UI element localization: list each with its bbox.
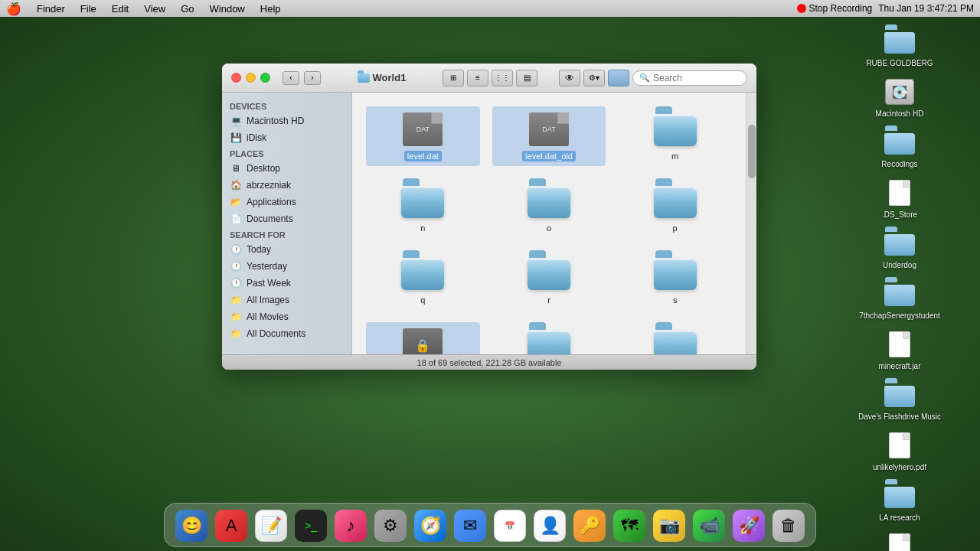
dock-item-maps[interactable]: 🗺 <box>612 508 647 543</box>
dock-item-iphoto[interactable]: 📷 <box>652 508 687 543</box>
file-icon <box>889 533 910 551</box>
sidebar-item-all-images[interactable]: 📁 All Images <box>222 292 351 308</box>
sidebar-item-all-movies[interactable]: 📁 All Movies <box>222 308 351 325</box>
quick-look-button[interactable]: 👁 <box>559 70 580 86</box>
sidebar-item-all-documents[interactable]: 📁 All Documents <box>222 325 351 342</box>
hd-icon: 💻 <box>230 115 242 127</box>
desktop-icon-label: 7thchapSenergystudent <box>859 311 940 320</box>
sidebar-item-yesterday[interactable]: 🕐 Yesterday <box>222 258 351 275</box>
sidebar-item-idisk[interactable]: 💾 iDisk <box>222 129 351 146</box>
maps-icon: 🗺 <box>613 510 645 542</box>
apple-menu[interactable]: 🍎 <box>6 2 21 16</box>
view-icon-list[interactable]: ≡ <box>467 70 488 86</box>
search-bar[interactable]: 🔍 <box>632 70 747 86</box>
dock-item-addressbook[interactable]: 👤 <box>532 508 567 543</box>
folder-icon <box>400 255 446 292</box>
dock-item-facetime[interactable]: 📹 <box>691 508 727 543</box>
textedit-icon: 📝 <box>255 510 287 542</box>
terminal-icon: >_ <box>295 510 327 542</box>
menu-file[interactable]: File <box>77 3 100 15</box>
sidebar-label-desktop: Desktop <box>247 163 280 174</box>
appstore-icon: A <box>215 510 247 542</box>
view-icon-col[interactable]: ⋮⋮ <box>492 70 513 86</box>
grid-item-q[interactable]: q <box>366 250 480 310</box>
sysprefs-icon: ⚙ <box>374 510 407 542</box>
grid-item-t[interactable]: t <box>492 322 606 354</box>
folder-icon <box>884 282 915 306</box>
sidebar-item-applications[interactable]: 📂 Applications <box>222 194 351 210</box>
nav-back-button[interactable]: ‹ <box>283 71 299 85</box>
menubar: 🍎 Finder File Edit View Go Window Help S… <box>0 0 980 17</box>
sidebar-item-macintosh-hd[interactable]: 💻 Macintosh HD <box>222 112 351 129</box>
grid-item-r[interactable]: r <box>492 250 606 310</box>
desktop-icon-7thchap[interactable]: 7thchapSenergystudent <box>850 274 949 324</box>
sidebar-item-past-week[interactable]: 🕐 Past Week <box>222 275 351 292</box>
desktop-icon-label: Dave's Flashdrive Music <box>858 412 941 421</box>
grid-item-p[interactable]: p <box>618 178 732 238</box>
finder-icon: 😊 <box>175 510 207 542</box>
menu-finder[interactable]: Finder <box>34 3 68 15</box>
scrollbar-thumb[interactable] <box>748 125 756 178</box>
dock-item-trash[interactable]: 🗑 <box>771 508 806 543</box>
menu-go[interactable]: Go <box>178 3 197 15</box>
grid-item-o[interactable]: o <box>492 178 606 238</box>
dock-item-finder[interactable]: 😊 <box>174 508 209 543</box>
desktop-icon-ds-store[interactable]: .DS_Store <box>850 173 949 223</box>
menu-edit[interactable]: Edit <box>109 3 132 15</box>
dock-item-safari[interactable]: 🧭 <box>413 508 448 543</box>
view-icon-cover[interactable]: ▤ <box>516 70 537 86</box>
file-icon <box>889 180 910 206</box>
folder-icon <box>884 383 915 407</box>
dock-item-terminal[interactable]: >_ <box>293 508 328 543</box>
grid-item-level-dat_old[interactable]: DAT level.dat_old <box>492 106 606 166</box>
dock-item-ical[interactable]: 📅 <box>492 508 528 543</box>
grid-item-n[interactable]: n <box>366 178 480 238</box>
desktop-icon-daves-flashdrive[interactable]: Dave's Flashdrive Music <box>850 375 949 425</box>
grid-item-label: n <box>417 223 428 233</box>
desktop-icon-rube-goldberg[interactable]: RUBE GOLDBERG <box>850 21 949 72</box>
menu-window[interactable]: Window <box>207 3 248 15</box>
stop-recording-label: Stop Recording <box>809 3 873 14</box>
dock-item-itunes[interactable]: ♪ <box>333 508 368 543</box>
grid-item-session-lock[interactable]: 🔒 session.lock <box>366 322 480 354</box>
grid-item-m[interactable]: m <box>618 106 732 166</box>
sidebar-item-documents[interactable]: 📄 Documents <box>222 210 351 227</box>
desktop-icon-macintosh-hd[interactable]: 💽 Macintosh HD <box>850 72 949 122</box>
desktop-icon-unlikelyhero[interactable]: unlikelyhero.pdf <box>850 425 949 476</box>
dock-item-launchpad[interactable]: 🚀 <box>731 508 766 543</box>
folder-icon <box>884 29 915 54</box>
stop-recording-button[interactable]: Stop Recording <box>797 3 873 14</box>
menu-help[interactable]: Help <box>257 3 284 15</box>
scrollbar-track[interactable] <box>746 93 756 354</box>
grid-item-label: level.dat <box>404 151 442 161</box>
window-maximize-button[interactable] <box>260 73 270 83</box>
desktop-icon-mcpatcher[interactable]: mcpatcher-1.1.11 <box>850 527 949 551</box>
desktop-icon-minecraft[interactable]: minecraft.jar <box>850 324 949 375</box>
grid-item-level-dat[interactable]: DAT level.dat <box>366 106 480 166</box>
dock-item-appstore[interactable]: A <box>214 508 249 543</box>
file-grid: DAT level.dat DAT level.dat_old m n o p … <box>360 100 738 354</box>
grid-item-u[interactable]: u <box>618 322 732 354</box>
search-input[interactable] <box>653 73 740 83</box>
action-button[interactable]: ⚙▾ <box>583 70 605 86</box>
folder-icon <box>652 327 698 354</box>
dock-item-keychain[interactable]: 🔑 <box>572 508 607 543</box>
sidebar-item-desktop[interactable]: 🖥 Desktop <box>222 160 351 177</box>
desktop-icon-underdog[interactable]: Underdog <box>850 223 949 274</box>
sidebar-item-abrzezniak[interactable]: 🏠 abrzezniak <box>222 177 351 194</box>
view-icon-grid[interactable]: ⊞ <box>443 70 464 86</box>
nav-forward-button[interactable]: › <box>304 71 321 85</box>
grid-item-label: q <box>417 295 428 305</box>
folder-button[interactable] <box>608 70 629 86</box>
dock-item-sysprefs[interactable]: ⚙ <box>373 508 408 543</box>
desktop-icon-la-research[interactable]: LA research <box>850 476 949 527</box>
dock-item-mail[interactable]: ✉ <box>452 508 488 543</box>
grid-item-s[interactable]: s <box>618 250 732 310</box>
window-close-button[interactable] <box>231 73 241 83</box>
menu-view[interactable]: View <box>141 3 168 15</box>
dock-item-textedit[interactable]: 📝 <box>253 508 289 543</box>
grid-item-label: o <box>544 223 554 233</box>
sidebar-item-today[interactable]: 🕐 Today <box>222 241 351 258</box>
desktop-icon-recodings[interactable]: Recodings <box>850 122 949 173</box>
window-minimize-button[interactable] <box>246 73 256 83</box>
